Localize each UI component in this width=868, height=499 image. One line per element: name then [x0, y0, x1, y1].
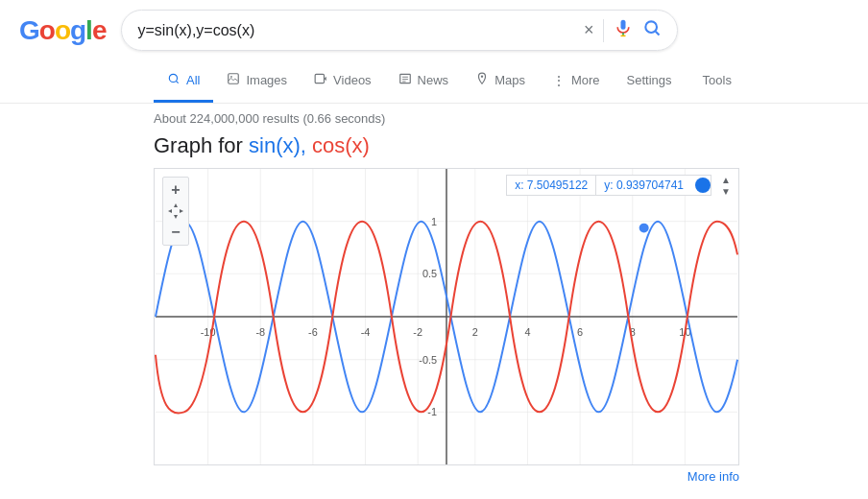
results-info: About 224,000,000 results (0.66 seconds) — [0, 104, 868, 133]
scroll-up-arrow[interactable]: ▲ — [721, 175, 731, 185]
svg-point-51 — [639, 224, 649, 233]
nav-bar: All Images Videos News Maps ⋮ More Setti… — [0, 60, 868, 104]
svg-text:1: 1 — [431, 216, 437, 227]
graph-svg: -10 -8 -6 -4 -2 2 4 6 8 10 1 0.5 -0.5 -1 — [155, 169, 738, 464]
search-icons: × — [584, 18, 663, 42]
close-icon[interactable]: × — [584, 20, 594, 40]
tooltip-dot — [695, 178, 711, 193]
videos-icon — [314, 72, 327, 88]
nav-item-maps[interactable]: Maps — [462, 60, 539, 103]
logo-letter-o1: o — [39, 15, 55, 46]
zoom-in-button[interactable]: + — [165, 179, 186, 201]
graph-controls: + − — [162, 177, 189, 246]
nav-label-tools: Tools — [703, 73, 732, 87]
google-logo[interactable]: Google — [19, 15, 106, 46]
divider — [603, 19, 604, 42]
logo-letter-g: G — [19, 15, 39, 46]
svg-text:-4: -4 — [361, 326, 371, 338]
search-button[interactable] — [642, 18, 662, 42]
svg-text:-8: -8 — [255, 326, 265, 338]
svg-text:4: 4 — [524, 326, 530, 338]
scroll-indicator[interactable]: ▲ ▼ — [721, 175, 731, 197]
graph-title-prefix: Graph for — [154, 133, 249, 157]
svg-text:2: 2 — [472, 326, 478, 338]
nav-label-videos: Videos — [333, 73, 372, 87]
scroll-down-arrow[interactable]: ▼ — [721, 186, 731, 197]
nav-label-news: News — [418, 73, 449, 87]
nav-item-tools[interactable]: Tools — [689, 61, 745, 102]
svg-text:-6: -6 — [308, 326, 318, 338]
nav-item-settings[interactable]: Settings — [614, 61, 686, 102]
nav-label-images: Images — [246, 73, 287, 87]
logo-letter-o2: o — [55, 15, 70, 46]
zoom-out-button[interactable]: − — [165, 222, 186, 243]
nav-label-settings: Settings — [627, 73, 672, 87]
nav-right: Settings Tools — [614, 61, 745, 102]
news-icon — [398, 72, 412, 88]
more-info-link: More info — [154, 465, 739, 487]
graph-tooltip: x: 7.50495122 y: 0.939704741 — [506, 175, 711, 196]
svg-point-8 — [231, 76, 233, 78]
svg-text:-1: -1 — [427, 406, 437, 417]
svg-text:6: 6 — [577, 326, 583, 338]
search-input[interactable] — [137, 22, 575, 39]
svg-point-3 — [646, 21, 658, 33]
pan-button[interactable] — [165, 201, 186, 222]
nav-item-news[interactable]: News — [385, 60, 463, 103]
nav-item-images[interactable]: Images — [213, 60, 301, 103]
svg-marker-19 — [180, 209, 183, 213]
search-bar: × — [121, 10, 678, 51]
svg-rect-7 — [229, 74, 239, 84]
logo-letter-e: e — [92, 15, 107, 46]
svg-line-6 — [176, 81, 178, 83]
svg-marker-16 — [174, 203, 178, 207]
header: Google × — [0, 0, 868, 60]
tooltip-y-value: y: 0.939704741 — [596, 176, 691, 195]
nav-label-maps: Maps — [494, 73, 525, 87]
graph-title: Graph for sin(x), cos(x) — [154, 133, 714, 158]
images-icon — [227, 72, 240, 88]
search-bar-wrapper: × — [121, 10, 678, 51]
logo-letter-g2: g — [70, 15, 85, 46]
svg-marker-18 — [168, 209, 172, 213]
nav-item-more[interactable]: ⋮ More — [539, 61, 614, 103]
svg-point-15 — [481, 76, 483, 78]
graph-cos-label: cos(x) — [312, 133, 370, 157]
mic-icon[interactable] — [614, 18, 633, 42]
svg-text:-0.5: -0.5 — [419, 354, 437, 366]
results-count-text: About 224,000,000 results (0.66 seconds) — [154, 111, 385, 126]
nav-label-all: All — [186, 73, 200, 87]
svg-rect-0 — [621, 20, 626, 30]
more-icon: ⋮ — [552, 73, 566, 88]
nav-label-more: More — [571, 73, 600, 87]
graph-container[interactable]: + − x: 7.50495122 y: 0.939704741 ▲ — [154, 168, 739, 465]
all-icon — [167, 72, 181, 88]
nav-item-all[interactable]: All — [154, 60, 213, 103]
svg-text:0.5: 0.5 — [422, 268, 437, 279]
nav-item-videos[interactable]: Videos — [301, 60, 385, 103]
svg-line-4 — [656, 32, 660, 36]
svg-rect-9 — [315, 74, 324, 83]
svg-point-5 — [169, 74, 177, 82]
graph-sin-label: sin(x), — [249, 133, 306, 157]
tooltip-x-value: x: 7.50495122 — [507, 176, 596, 195]
logo-letter-l: l — [85, 15, 92, 46]
svg-marker-17 — [174, 215, 178, 219]
svg-text:-2: -2 — [413, 326, 422, 338]
more-info-anchor[interactable]: More info — [687, 469, 739, 484]
maps-icon — [475, 72, 489, 88]
graph-section: Graph for sin(x), cos(x) + − x: 7.504951… — [0, 133, 868, 487]
